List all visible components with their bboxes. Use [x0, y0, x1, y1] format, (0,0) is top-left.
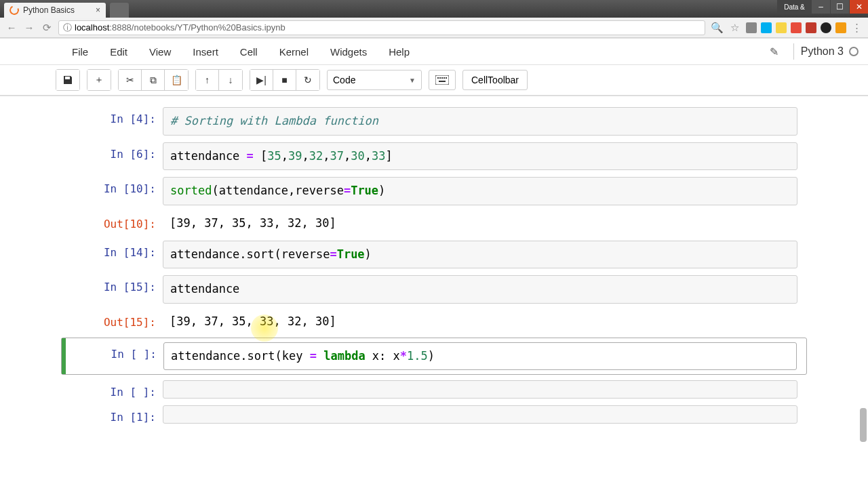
- extensions-tray: ⋮: [746, 22, 863, 34]
- skype-icon[interactable]: [761, 22, 772, 33]
- code-input[interactable]: # Sorting with Lambda function: [163, 107, 797, 136]
- code-input[interactable]: attendance.sort(reverse=True): [163, 241, 797, 269]
- close-window-button[interactable]: ✕: [849, 0, 868, 14]
- maximize-button[interactable]: ☐: [830, 0, 849, 14]
- star-icon[interactable]: ☆: [728, 22, 741, 34]
- divider: [793, 43, 794, 60]
- menu-kernel[interactable]: Kernel: [269, 42, 319, 62]
- tab-title: Python Basics: [23, 5, 75, 15]
- browser-tab-strip: Python Basics × Data & – ☐ ✕: [0, 0, 868, 18]
- menu-view[interactable]: View: [138, 42, 182, 62]
- svg-rect-6: [439, 81, 446, 82]
- menu-edit[interactable]: Edit: [99, 42, 138, 62]
- copy-button[interactable]: ⧉: [142, 70, 165, 90]
- out-prompt: Out[10]:: [61, 212, 163, 234]
- move-up-button[interactable]: ↑: [196, 70, 219, 90]
- code-input[interactable]: attendance = [35,39,32,37,30,33]: [163, 142, 797, 171]
- notebook-cells-area[interactable]: In [4]:# Sorting with Lambda functionIn …: [0, 96, 868, 488]
- in-prompt: In [1]:: [61, 405, 163, 424]
- code-cell[interactable]: In [4]:# Sorting with Lambda function: [61, 104, 807, 138]
- out-prompt: Out[15]:: [61, 310, 163, 332]
- in-prompt: In [10]:: [61, 177, 163, 205]
- kernel-status-icon: [849, 47, 859, 56]
- output-text: [39, 37, 35, 33, 32, 30]: [163, 212, 797, 234]
- paste-button[interactable]: 📋: [165, 70, 188, 90]
- run-button[interactable]: ▶|: [250, 70, 273, 90]
- url-host: localhost: [75, 22, 109, 33]
- code-cell[interactable]: In [15]:attendance: [61, 272, 807, 306]
- svg-rect-3: [441, 77, 443, 79]
- browser-tab-inactive[interactable]: [110, 3, 129, 18]
- extension-icon[interactable]: [835, 22, 846, 33]
- svg-rect-0: [435, 75, 449, 85]
- restart-button[interactable]: ↻: [296, 70, 319, 90]
- in-prompt: In [15]:: [61, 275, 163, 304]
- kernel-name: Python 3: [801, 45, 844, 58]
- back-button[interactable]: ←: [5, 22, 18, 34]
- scrollbar-thumb[interactable]: [860, 408, 867, 442]
- menubar: File Edit View Insert Cell Kernel Widget…: [0, 38, 868, 65]
- close-icon[interactable]: ×: [96, 5, 100, 15]
- code-input[interactable]: [163, 405, 797, 424]
- in-prompt: In [ ]:: [62, 342, 163, 371]
- menu-widgets[interactable]: Widgets: [319, 42, 378, 62]
- move-down-button[interactable]: ↓: [219, 70, 242, 90]
- extension-icon[interactable]: [791, 22, 802, 33]
- reload-button[interactable]: ⟳: [41, 22, 53, 34]
- code-cell[interactable]: In [10]:sorted(attendance,reverse=True): [61, 174, 807, 208]
- output-cell: Out[15]:[39, 37, 35, 33, 32, 30]: [61, 308, 807, 335]
- minimize-button[interactable]: –: [811, 0, 830, 14]
- code-cell[interactable]: In [ ]:: [61, 378, 807, 401]
- in-prompt: In [6]:: [61, 142, 163, 171]
- add-cell-button[interactable]: ＋: [87, 70, 111, 90]
- cut-button[interactable]: ✂: [119, 70, 142, 90]
- address-bar: ← → ⟳ ⓘ localhost:8888/notebooks/YT/Pyth…: [0, 18, 868, 38]
- interrupt-button[interactable]: ■: [273, 70, 296, 90]
- zoom-icon[interactable]: 🔍: [711, 22, 723, 34]
- svg-rect-2: [439, 77, 441, 79]
- celltoolbar-button[interactable]: CellToolbar: [462, 70, 528, 90]
- code-cell[interactable]: In [1]:: [61, 403, 807, 426]
- code-input[interactable]: [163, 380, 797, 399]
- in-prompt: In [ ]:: [61, 380, 163, 399]
- menu-file[interactable]: File: [61, 42, 99, 62]
- browser-tab-active[interactable]: Python Basics ×: [4, 3, 106, 18]
- extension-icon[interactable]: [776, 22, 787, 33]
- menu-help[interactable]: Help: [378, 42, 420, 62]
- extension-icon[interactable]: [746, 22, 757, 33]
- command-palette-button[interactable]: [429, 70, 456, 90]
- cell-type-value: Code: [333, 75, 355, 85]
- extension-icon[interactable]: [806, 22, 816, 33]
- in-prompt: In [4]:: [61, 107, 163, 136]
- url-path: :8888/notebooks/YT/Python%20Basics.ipynb: [109, 22, 285, 33]
- edit-icon[interactable]: ✎: [770, 45, 778, 58]
- code-cell[interactable]: In [6]:attendance = [35,39,32,37,30,33]: [61, 140, 807, 174]
- menu-cell[interactable]: Cell: [229, 42, 269, 62]
- code-input[interactable]: sorted(attendance,reverse=True): [163, 177, 797, 205]
- window-controls: Data & – ☐ ✕: [777, 0, 868, 14]
- code-cell[interactable]: In [14]:attendance.sort(reverse=True): [61, 238, 807, 272]
- forward-button[interactable]: →: [23, 22, 35, 34]
- notebook-app: File Edit View Insert Cell Kernel Widget…: [0, 38, 868, 488]
- in-prompt: In [14]:: [61, 241, 163, 269]
- svg-rect-1: [437, 77, 439, 79]
- celltoolbar-label: CellToolbar: [471, 75, 519, 85]
- svg-rect-4: [443, 77, 445, 79]
- toolbar: ＋ ✂ ⧉ 📋 ↑ ↓ ▶| ■ ↻ Code Ce: [0, 65, 868, 96]
- code-input[interactable]: attendance.sort(key = lambda x: x*1.5): [163, 342, 797, 371]
- cell-type-select[interactable]: Code: [327, 70, 422, 90]
- extension-icon[interactable]: [821, 22, 831, 33]
- info-icon: ⓘ: [63, 22, 72, 34]
- taskbar-data-item[interactable]: Data &: [777, 0, 811, 14]
- menu-insert[interactable]: Insert: [182, 42, 229, 62]
- output-text: [39, 37, 35, 33, 32, 30]: [163, 310, 797, 332]
- notebook-header: File Edit View Insert Cell Kernel Widget…: [0, 38, 868, 96]
- svg-rect-5: [446, 77, 447, 79]
- url-input[interactable]: ⓘ localhost:8888/notebooks/YT/Python%20B…: [58, 20, 705, 35]
- code-input[interactable]: attendance: [163, 275, 797, 304]
- jupyter-favicon: [8, 4, 20, 16]
- output-cell: Out[10]:[39, 37, 35, 33, 32, 30]: [61, 209, 807, 237]
- save-button[interactable]: [56, 70, 79, 90]
- code-cell[interactable]: In [ ]:attendance.sort(key = lambda x: x…: [61, 338, 807, 375]
- menu-icon[interactable]: ⋮: [850, 22, 863, 34]
